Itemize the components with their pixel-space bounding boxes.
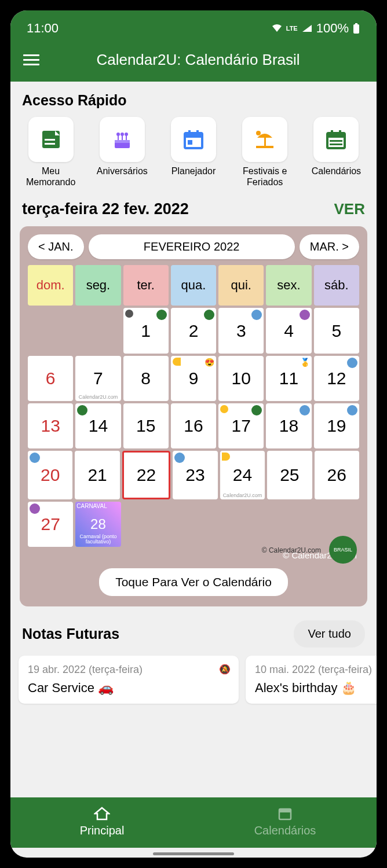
calendar-cell[interactable]: 15: [123, 403, 169, 448]
svg-rect-0: [353, 24, 359, 34]
day-number: 17: [232, 416, 251, 436]
calendar-cell[interactable]: 5: [314, 308, 359, 353]
svg-rect-1: [355, 23, 357, 25]
svg-rect-23: [331, 130, 333, 135]
calendar-cell[interactable]: 17: [218, 403, 264, 448]
signal-icon: [301, 24, 313, 33]
qa-label: Festivais e Feriados: [232, 165, 298, 187]
home-icon: [94, 806, 110, 822]
day-number: 15: [136, 416, 155, 436]
calendar-cell-empty: [28, 308, 73, 353]
qa-memo[interactable]: Meu Memorando: [17, 117, 84, 187]
calendar-cell[interactable]: 27: [28, 502, 73, 547]
calendar-cell[interactable]: 16: [171, 403, 216, 448]
note-card[interactable]: 10 mai. 2022 (terça-feira) Alex's birthd…: [246, 656, 377, 704]
calendar-cell[interactable]: 4: [266, 308, 311, 353]
event-badge: [251, 405, 262, 415]
calendar-cell[interactable]: 19: [314, 403, 359, 448]
battery-icon: [352, 23, 360, 34]
emoji-icon: 😍: [205, 358, 214, 367]
calendar-cell[interactable]: 1: [123, 308, 169, 353]
calendar-cell[interactable]: 8: [123, 356, 169, 401]
current-month-button[interactable]: FEVEREIRO 2022: [89, 234, 295, 259]
day-number: 13: [41, 416, 60, 436]
carnival-label: Carnaval (ponto facultativo): [75, 534, 121, 545]
nav-calendarios[interactable]: Calendários: [194, 806, 377, 837]
calendar-cell[interactable]: 20: [28, 451, 72, 499]
calendar-cell[interactable]: 18: [266, 403, 311, 448]
calendar-cell-today[interactable]: 22: [122, 451, 170, 499]
calendar-cell[interactable]: 6: [28, 356, 73, 401]
svg-rect-11: [122, 135, 123, 140]
calendar-cell[interactable]: 😍9: [171, 356, 216, 401]
brasil-badge: BRASIL: [329, 536, 357, 564]
prev-month-button[interactable]: < JAN.: [28, 234, 84, 259]
day-number: 27: [41, 514, 60, 534]
calendar-row: 20 21 22 23 24Calendar2U.com 25 26: [28, 451, 359, 499]
calendar-cell[interactable]: 10: [218, 356, 264, 401]
day-number: 23: [185, 465, 205, 485]
svg-point-19: [256, 131, 261, 135]
ver-tudo-button[interactable]: Ver tudo: [294, 620, 365, 648]
menu-icon[interactable]: [23, 54, 39, 65]
calendar-cell-carnival[interactable]: CARNAVAL28Carnaval (ponto facultativo): [75, 502, 121, 547]
weekday-qui: qui.: [218, 265, 264, 306]
svg-rect-24: [339, 130, 341, 135]
calendar-cell[interactable]: 7Calendar2U.com: [75, 356, 121, 401]
calendar-cell[interactable]: 14: [75, 403, 121, 448]
quick-access-title: Acesso Rápido: [17, 82, 370, 117]
day-number: 2: [189, 321, 199, 341]
note-date: 19 abr. 2022 (terça-feira): [28, 664, 229, 676]
svg-rect-6: [115, 140, 130, 143]
weekday-dom: dom.: [28, 265, 73, 306]
calendar-row: 6 7Calendar2U.com 8 😍9 10 🥇11 12: [28, 356, 359, 401]
svg-rect-18: [264, 138, 266, 147]
cake-icon: [110, 127, 134, 152]
weekday-seg: seg.: [75, 265, 121, 306]
calendar-cell[interactable]: 🥇11: [266, 356, 311, 401]
nav-label: Calendários: [254, 824, 316, 837]
calendar-cell[interactable]: 13: [28, 403, 73, 448]
event-badge: [204, 310, 214, 320]
home-indicator[interactable]: [153, 852, 234, 855]
calendar-cell[interactable]: 23: [173, 451, 217, 499]
event-badge: [174, 453, 185, 463]
calendar-grid: 1 2 3 4 5 6 7Calendar2U.com 8 😍9 10 🥇11 …: [28, 308, 359, 547]
ver-link[interactable]: VER: [334, 200, 365, 218]
calendar-cell[interactable]: 3: [218, 308, 264, 353]
nav-principal[interactable]: Principal: [10, 806, 194, 837]
next-month-button[interactable]: MAR. >: [300, 234, 359, 259]
calendar-row: 13 14 15 16 17 18 19: [28, 403, 359, 448]
note-card[interactable]: 19 abr. 2022 (terça-feira) Car Service 🚗…: [19, 656, 239, 704]
calendar-cell[interactable]: 24Calendar2U.com: [220, 451, 265, 499]
calendar-cell-empty: [75, 308, 121, 353]
day-number: 11: [279, 369, 298, 388]
qa-planner[interactable]: Planejador: [160, 117, 227, 187]
calendar-cell[interactable]: 12: [314, 356, 359, 401]
view-calendar-button[interactable]: Toque Para Ver o Calendário: [99, 568, 288, 596]
qa-calendars[interactable]: Calendários: [303, 117, 370, 187]
day-number: 10: [232, 369, 251, 388]
status-bar: 11:00 LTE 100%: [10, 10, 377, 42]
event-badge: [300, 405, 310, 415]
day-number: 4: [284, 321, 294, 341]
qa-label: Calendários: [312, 165, 361, 176]
day-number: 6: [46, 369, 56, 388]
calendar-cell[interactable]: 21: [75, 451, 119, 499]
svg-rect-28: [279, 809, 291, 812]
day-number: 21: [87, 465, 107, 485]
event-badge: [251, 310, 262, 320]
svg-rect-4: [45, 143, 55, 145]
svg-rect-22: [327, 133, 345, 138]
calendar-cell-empty: [218, 502, 264, 547]
qa-birthdays[interactable]: Aniversários: [89, 117, 155, 187]
calendar-cell[interactable]: 25: [267, 451, 312, 499]
calendar-cell[interactable]: 2: [171, 308, 216, 353]
app-title: Calendar2U: Calendário Brasil: [56, 51, 341, 69]
event-badge: [347, 358, 357, 368]
qa-festivals[interactable]: Festivais e Feriados: [232, 117, 298, 187]
notes-list[interactable]: 19 abr. 2022 (terça-feira) Car Service 🚗…: [17, 656, 370, 704]
beach-icon: [253, 127, 277, 152]
event-badge: [77, 405, 87, 415]
calendar-cell[interactable]: 26: [315, 451, 359, 499]
